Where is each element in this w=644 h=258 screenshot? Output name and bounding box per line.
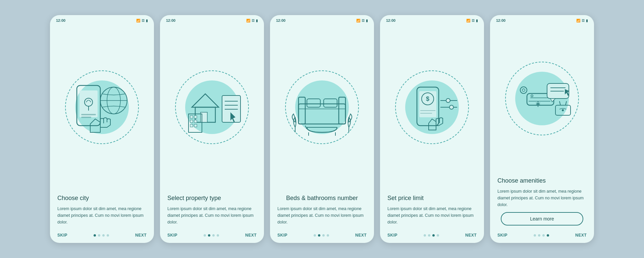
svg-point-56 bbox=[562, 109, 564, 111]
dot-3-3 bbox=[327, 234, 329, 237]
dot-5-3 bbox=[547, 234, 549, 237]
dot-3-2 bbox=[322, 234, 325, 237]
dot-5-0 bbox=[534, 234, 536, 237]
bottom-nav-5: SKIP NEXT bbox=[490, 230, 594, 243]
svg-point-48 bbox=[531, 95, 533, 97]
dot-1-1 bbox=[98, 234, 100, 237]
bottom-nav-2: SKIP NEXT bbox=[160, 230, 264, 243]
skip-btn-1[interactable]: SKIP bbox=[57, 233, 67, 238]
amenities-icon bbox=[508, 65, 576, 132]
dot-5-1 bbox=[538, 234, 540, 237]
battery-icon-3: ▮ bbox=[366, 19, 368, 22]
svg-rect-15 bbox=[190, 120, 193, 123]
beds-icon bbox=[288, 74, 356, 141]
battery-icon-2: ▮ bbox=[256, 19, 258, 22]
svg-point-62 bbox=[520, 87, 527, 93]
dots-4 bbox=[424, 234, 439, 237]
battery-icon-4: ▮ bbox=[476, 19, 478, 22]
status-bar-2: 12:00 📶 ☲ ▮ bbox=[160, 15, 264, 24]
time-1: 12:00 bbox=[56, 18, 65, 22]
signal-icon: ☲ bbox=[142, 19, 145, 22]
phone-screen-1: 12:00 📶 ☲ ▮ bbox=[50, 15, 154, 243]
dots-5 bbox=[534, 234, 549, 237]
next-btn-3[interactable]: NEXT bbox=[355, 233, 367, 238]
svg-rect-27 bbox=[307, 99, 320, 107]
screen-desc-5: Lorem ipsum dolor sit dim amet, mea regi… bbox=[497, 188, 587, 208]
dots-2 bbox=[204, 234, 219, 237]
svg-marker-9 bbox=[192, 94, 219, 107]
phone-screen-5: 12:00 📶 ☲ ▮ bbox=[490, 15, 594, 243]
signal-icon-4: ☲ bbox=[472, 19, 475, 22]
skip-btn-4[interactable]: SKIP bbox=[387, 233, 397, 238]
time-4: 12:00 bbox=[386, 18, 395, 22]
battery-icon-5: ▮ bbox=[586, 19, 588, 22]
next-btn-2[interactable]: NEXT bbox=[245, 233, 257, 238]
illustration-area-2 bbox=[160, 24, 264, 191]
phone-screen-2: 12:00 📶 ☲ ▮ bbox=[160, 15, 264, 243]
next-btn-1[interactable]: NEXT bbox=[135, 233, 147, 238]
svg-marker-60 bbox=[550, 99, 555, 102]
status-bar-5: 12:00 📶 ☲ ▮ bbox=[490, 15, 594, 24]
screen-desc-1: Lorem ipsum dolor sit dim amet, mea regi… bbox=[57, 205, 147, 225]
svg-rect-4 bbox=[81, 114, 96, 115]
screen-title-4: Set price limit bbox=[387, 194, 477, 202]
dot-4-1 bbox=[428, 234, 430, 237]
time-3: 12:00 bbox=[276, 18, 285, 22]
svg-text:$: $ bbox=[426, 95, 429, 102]
content-area-1: Choose city Lorem ipsum dolor sit dim am… bbox=[50, 191, 154, 230]
dot-5-2 bbox=[542, 234, 545, 237]
illustration-area-3 bbox=[270, 24, 374, 191]
time-5: 12:00 bbox=[496, 18, 505, 22]
wifi-icon-2: 📶 bbox=[246, 19, 250, 22]
wifi-icon: 📶 bbox=[136, 19, 140, 22]
signal-icon-5: ☲ bbox=[582, 19, 585, 22]
content-area-5: Choose amenities Lorem ipsum dolor sit d… bbox=[490, 174, 594, 230]
next-btn-4[interactable]: NEXT bbox=[465, 233, 477, 238]
status-icons-2: 📶 ☲ ▮ bbox=[246, 19, 258, 22]
wifi-icon-5: 📶 bbox=[576, 19, 580, 22]
svg-rect-13 bbox=[190, 116, 193, 118]
illustration-area-4: $ bbox=[380, 24, 484, 191]
dot-1-0 bbox=[94, 234, 96, 237]
screen-title-2: Select property type bbox=[167, 194, 257, 202]
svg-rect-14 bbox=[194, 116, 197, 118]
screen-desc-4: Lorem ipsum dolor sit dim amet, mea regi… bbox=[387, 205, 477, 225]
screens-container: 12:00 📶 ☲ ▮ bbox=[50, 15, 594, 243]
property-icon bbox=[178, 74, 246, 141]
dot-3-1 bbox=[318, 234, 320, 237]
dot-3-0 bbox=[314, 234, 316, 237]
status-icons-1: 📶 ☲ ▮ bbox=[136, 19, 148, 22]
skip-btn-5[interactable]: SKIP bbox=[497, 233, 507, 238]
svg-point-43 bbox=[449, 105, 453, 109]
price-icon: $ bbox=[398, 74, 466, 141]
svg-rect-18 bbox=[194, 124, 197, 127]
dots-1 bbox=[94, 234, 109, 237]
svg-rect-16 bbox=[194, 120, 197, 123]
screen-desc-2: Lorem ipsum dolor sit dim amet, mea regi… bbox=[167, 205, 257, 225]
next-btn-5[interactable]: NEXT bbox=[575, 233, 587, 238]
skip-btn-3[interactable]: SKIP bbox=[277, 233, 287, 238]
time-2: 12:00 bbox=[166, 18, 175, 22]
illustration-area-1 bbox=[50, 24, 154, 191]
dot-4-0 bbox=[424, 234, 426, 237]
screen-title-1: Choose city bbox=[57, 194, 147, 202]
dots-3 bbox=[314, 234, 329, 237]
skip-btn-2[interactable]: SKIP bbox=[167, 233, 177, 238]
dot-2-1 bbox=[208, 234, 210, 237]
bottom-nav-3: SKIP NEXT bbox=[270, 230, 374, 243]
bottom-nav-1: SKIP NEXT bbox=[50, 230, 154, 243]
battery-icon: ▮ bbox=[146, 19, 148, 22]
svg-rect-1 bbox=[79, 90, 98, 117]
dot-2-2 bbox=[212, 234, 215, 237]
signal-icon-2: ☲ bbox=[252, 19, 255, 22]
learn-more-button[interactable]: Learn more bbox=[501, 212, 583, 225]
dot-1-2 bbox=[102, 234, 105, 237]
dot-2-3 bbox=[217, 234, 219, 237]
dot-4-2 bbox=[432, 234, 435, 237]
dot-1-3 bbox=[107, 234, 109, 237]
svg-point-41 bbox=[446, 99, 450, 103]
dot-2-0 bbox=[204, 234, 206, 237]
svg-line-55 bbox=[566, 101, 567, 105]
svg-line-54 bbox=[559, 101, 560, 105]
phone-screen-4: 12:00 📶 ☲ ▮ $ bbox=[380, 15, 484, 243]
